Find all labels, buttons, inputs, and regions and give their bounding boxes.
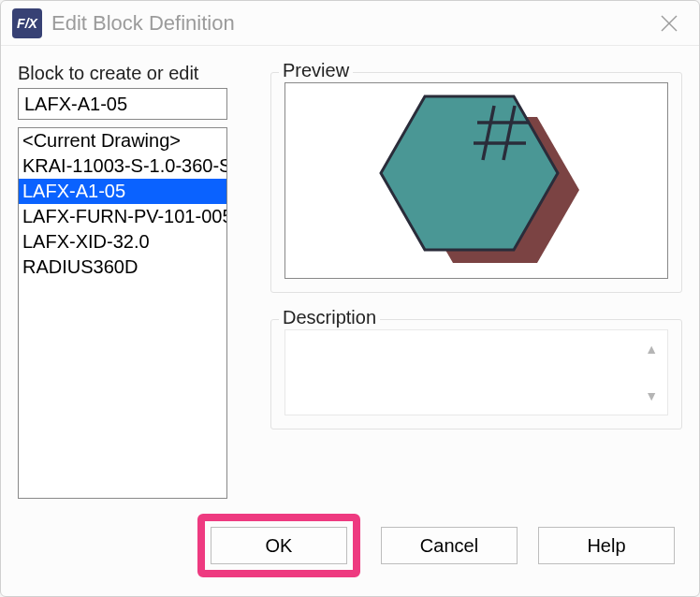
preview-label: Preview bbox=[279, 60, 353, 81]
left-column: Block to create or edit <Current Drawing… bbox=[18, 63, 242, 499]
list-item[interactable]: KRAI-11003-S-1.0-360-S bbox=[19, 153, 226, 179]
app-icon-text: F/X bbox=[17, 16, 37, 31]
close-icon bbox=[660, 14, 678, 33]
cancel-button[interactable]: Cancel bbox=[381, 527, 518, 564]
window-title: Edit Block Definition bbox=[51, 11, 650, 36]
list-item[interactable]: LAFX-XID-32.0 bbox=[19, 229, 226, 255]
right-column: Preview Description bbox=[270, 63, 682, 499]
button-row: OK Cancel Help bbox=[1, 504, 699, 596]
list-item[interactable]: RADIUS360D bbox=[19, 255, 226, 280]
block-listbox[interactable]: <Current Drawing>KRAI-11003-S-1.0-360-SL… bbox=[18, 127, 227, 499]
description-scroll-down[interactable]: ▼ bbox=[645, 388, 658, 403]
app-icon: F/X bbox=[12, 8, 42, 38]
list-item[interactable]: LAFX-A1-05 bbox=[19, 179, 226, 204]
preview-fieldset: Preview bbox=[270, 72, 682, 293]
description-scroll-up[interactable]: ▲ bbox=[645, 342, 658, 357]
dialog-window: F/X Edit Block Definition Block to creat… bbox=[0, 0, 700, 597]
description-fieldset: Description ▲ ▼ bbox=[270, 319, 682, 430]
block-label: Block to create or edit bbox=[18, 63, 242, 84]
list-item[interactable]: <Current Drawing> bbox=[19, 128, 226, 153]
block-name-input[interactable] bbox=[18, 88, 227, 120]
titlebar: F/X Edit Block Definition bbox=[1, 1, 699, 46]
description-box[interactable]: ▲ ▼ bbox=[284, 329, 668, 415]
help-button[interactable]: Help bbox=[538, 527, 675, 564]
ok-highlight-frame: OK bbox=[197, 514, 360, 577]
content-area: Block to create or edit <Current Drawing… bbox=[1, 46, 699, 504]
close-button[interactable] bbox=[650, 5, 688, 42]
preview-image bbox=[359, 87, 593, 274]
ok-button[interactable]: OK bbox=[211, 527, 347, 564]
description-label: Description bbox=[279, 307, 380, 328]
list-item[interactable]: LAFX-FURN-PV-101-005 bbox=[19, 204, 226, 229]
preview-box bbox=[284, 82, 668, 279]
